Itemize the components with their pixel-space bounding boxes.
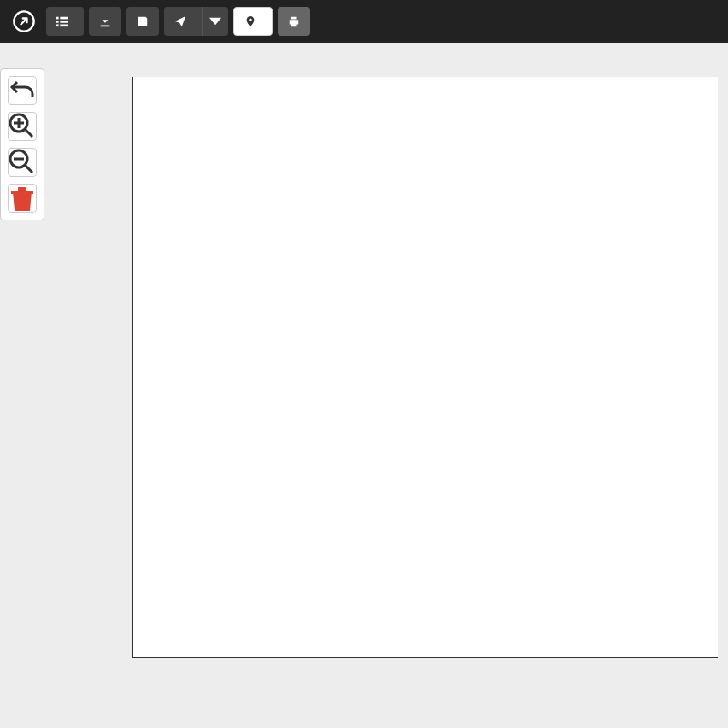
launch-dropdown-button[interactable] [202,7,228,36]
trajectory-lines [133,77,390,205]
zoom-out-button[interactable] [8,148,37,177]
save-button[interactable] [126,7,159,36]
undo-icon [9,77,36,104]
print-button[interactable] [278,7,310,36]
save-icon [137,15,149,27]
svg-rect-3 [56,21,59,23]
launch-button-group [164,7,228,36]
trash-icon [9,185,36,212]
plot-region[interactable] [132,77,718,658]
svg-rect-5 [56,25,59,27]
zoom-out-icon [9,149,36,176]
caret-down-icon [209,15,221,27]
side-tool-panel [0,68,44,220]
app-logo-icon[interactable] [7,4,41,38]
select-route-button[interactable] [233,7,273,36]
zoom-in-icon [9,113,36,140]
chart-area [94,77,718,675]
models-button[interactable] [46,7,84,36]
list-icon [56,15,68,27]
svg-rect-6 [60,25,68,27]
map-pin-icon [244,15,256,27]
undo-button[interactable] [8,76,37,105]
zoom-in-button[interactable] [8,112,37,141]
launch-button[interactable] [164,7,202,36]
svg-rect-1 [56,17,59,20]
svg-rect-4 [60,21,68,23]
main-toolbar [0,0,728,43]
download-button[interactable] [89,7,121,36]
download-icon [99,15,111,27]
print-icon [288,15,300,27]
delete-button[interactable] [8,184,37,213]
svg-rect-2 [60,17,68,20]
paper-plane-icon [174,15,186,27]
